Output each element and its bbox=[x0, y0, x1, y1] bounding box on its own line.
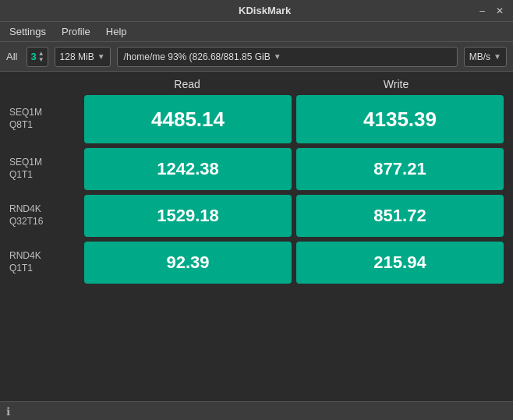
info-icon: ℹ bbox=[6, 405, 10, 418]
status-bar: ℹ bbox=[0, 401, 513, 420]
write-cell-1: 877.21 bbox=[296, 148, 504, 190]
window-title: KDiskMark bbox=[53, 5, 476, 16]
queue-spinner[interactable]: 3 ▲ ▼ bbox=[27, 47, 48, 67]
menu-bar: Settings Profile Help bbox=[0, 22, 513, 42]
all-label: All bbox=[6, 51, 17, 62]
queue-value: 3 bbox=[30, 51, 36, 62]
read-cell-3: 92.39 bbox=[84, 242, 292, 284]
window-controls[interactable]: – ✕ bbox=[476, 5, 507, 16]
column-headers: Read Write bbox=[9, 78, 504, 90]
unit-dropdown-arrow: ▼ bbox=[494, 52, 501, 61]
read-cell-2: 1529.18 bbox=[84, 195, 292, 237]
queue-arrows[interactable]: ▲ ▼ bbox=[38, 51, 44, 63]
read-header: Read bbox=[83, 78, 292, 90]
path-label: /home/me 93% (826.68/881.85 GiB bbox=[124, 51, 271, 62]
title-bar: KDiskMark – ✕ bbox=[0, 0, 513, 22]
bench-row-rnd4k-q32t16: RND4K Q32T16 1529.18 851.72 bbox=[9, 195, 504, 237]
unit-label: MB/s bbox=[469, 51, 490, 62]
menu-settings[interactable]: Settings bbox=[3, 24, 52, 39]
main-content: Read Write SEQ1M Q8T1 4485.14 4135.39 SE… bbox=[0, 72, 513, 401]
row-label-2: RND4K Q32T16 bbox=[9, 203, 80, 228]
toolbar: All 3 ▲ ▼ 128 MiB ▼ /home/me 93% (826.68… bbox=[0, 42, 513, 72]
write-header: Write bbox=[292, 78, 501, 90]
close-button[interactable]: ✕ bbox=[493, 5, 507, 16]
size-dropdown-arrow: ▼ bbox=[97, 52, 105, 61]
minimize-button[interactable]: – bbox=[476, 5, 488, 16]
bench-row-rnd4k-q1t1: RND4K Q1T1 92.39 215.94 bbox=[9, 242, 504, 284]
write-cell-3: 215.94 bbox=[296, 242, 504, 284]
row-label-0: SEQ1M Q8T1 bbox=[9, 107, 80, 131]
size-label: 128 MiB bbox=[60, 51, 94, 62]
read-cell-0: 4485.14 bbox=[84, 95, 292, 143]
bench-row-seq1m-q1t1: SEQ1M Q1T1 1242.38 877.21 bbox=[9, 148, 504, 190]
row-label-1: SEQ1M Q1T1 bbox=[9, 157, 80, 181]
size-dropdown[interactable]: 128 MiB ▼ bbox=[55, 47, 111, 67]
menu-help[interactable]: Help bbox=[100, 24, 133, 39]
path-dropdown-arrow: ▼ bbox=[274, 52, 281, 61]
menu-profile[interactable]: Profile bbox=[55, 24, 97, 39]
bench-row-seq1m-q8t1: SEQ1M Q8T1 4485.14 4135.39 bbox=[9, 95, 504, 143]
write-cell-2: 851.72 bbox=[296, 195, 504, 237]
path-dropdown[interactable]: /home/me 93% (826.68/881.85 GiB ▼ bbox=[117, 47, 458, 67]
write-cell-0: 4135.39 bbox=[296, 95, 504, 143]
row-label-3: RND4K Q1T1 bbox=[9, 250, 80, 274]
read-cell-1: 1242.38 bbox=[84, 148, 292, 190]
unit-dropdown[interactable]: MB/s ▼ bbox=[464, 47, 507, 67]
